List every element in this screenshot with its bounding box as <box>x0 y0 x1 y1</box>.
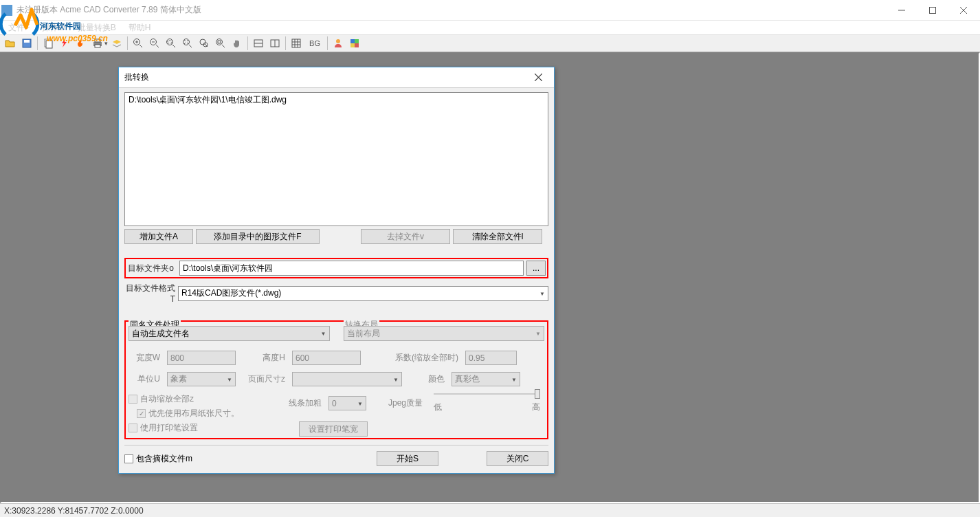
statusbar: X:30923.2286 Y:81457.7702 Z:0.0000 <box>0 503 980 517</box>
chevron-down-icon: ▼ <box>539 290 545 296</box>
dialog-title: 批转换 <box>124 72 528 83</box>
auto-scale-checkbox <box>129 395 137 404</box>
svg-rect-35 <box>292 39 300 47</box>
svg-line-18 <box>156 45 159 47</box>
clear-all-button[interactable]: 清除全部文件l <box>453 229 542 244</box>
dup-file-select[interactable]: 自动生成文件名 ▼ <box>129 326 330 341</box>
svg-rect-44 <box>355 43 359 47</box>
height-input[interactable]: 600 <box>292 351 361 365</box>
add-file-button[interactable]: 增加文件A <box>124 229 193 244</box>
jpeg-slider[interactable] <box>434 393 540 395</box>
start-button[interactable]: 开始S <box>377 451 438 466</box>
menu-operate[interactable]: 操作O <box>36 21 70 35</box>
save-icon[interactable] <box>19 36 34 51</box>
browse-button[interactable]: ... <box>526 261 546 276</box>
layers-icon[interactable] <box>109 36 124 51</box>
bg-button[interactable]: BG <box>305 36 324 51</box>
app-title: 未注册版本 Acme CAD Converter 7.89 简体中文版 <box>16 4 886 16</box>
include-model-checkbox[interactable] <box>124 454 133 463</box>
close-dialog-button[interactable]: 关闭C <box>487 451 548 466</box>
target-format-label: 目标文件格式T <box>124 283 178 304</box>
dialog-titlebar: 批转换 <box>119 67 554 88</box>
toolbar: ▾ BG <box>0 34 980 52</box>
use-pen-checkbox <box>129 424 137 432</box>
svg-line-21 <box>172 45 175 47</box>
status-coords: X:30923.2286 Y:81457.7702 Z:0.0000 <box>4 506 144 516</box>
width-label: 宽度W <box>129 352 163 364</box>
svg-line-29 <box>222 45 225 47</box>
file-item[interactable]: D:\tools\桌面\河东软件园\1\电信竣工图.dwg <box>129 95 544 104</box>
add-dir-files-button[interactable]: 添加目录中的图形文件F <box>196 229 320 244</box>
use-layout-paper-label: 优先使用布局纸张尺寸。 <box>148 408 239 419</box>
titlebar: 未注册版本 Acme CAD Converter 7.89 简体中文版 <box>0 0 980 21</box>
menu-file[interactable]: 文件F <box>3 21 35 35</box>
use-pen-label: 使用打印笔设置 <box>140 422 198 434</box>
svg-rect-30 <box>218 41 221 43</box>
svg-line-24 <box>189 45 192 47</box>
pen-settings-button[interactable]: 设置打印笔宽 <box>299 421 368 437</box>
zoom-in-icon[interactable] <box>131 36 146 51</box>
svg-rect-43 <box>350 43 355 47</box>
layout1-icon[interactable] <box>251 36 266 51</box>
pan-icon[interactable] <box>230 36 245 51</box>
svg-rect-7 <box>24 40 30 43</box>
zoom-all-icon[interactable] <box>197 36 212 51</box>
zoom-out-icon[interactable] <box>147 36 162 51</box>
open-icon[interactable] <box>3 36 18 51</box>
svg-point-25 <box>200 39 205 45</box>
use-layout-paper-checkbox <box>137 409 146 418</box>
flame-icon[interactable] <box>74 36 89 51</box>
remove-file-button[interactable]: 去掉文件v <box>361 229 450 244</box>
scale-label: 系数(缩放全部时) <box>365 352 461 364</box>
svg-rect-42 <box>355 39 359 43</box>
close-button[interactable] <box>948 0 979 20</box>
svg-rect-11 <box>95 39 100 42</box>
app-icon <box>1 5 12 16</box>
svg-rect-41 <box>350 39 355 43</box>
jpeg-high-label: 高 <box>532 402 540 413</box>
svg-point-23 <box>183 39 190 45</box>
chevron-down-icon: ▼ <box>227 376 232 382</box>
print-icon[interactable] <box>90 36 105 51</box>
target-folder-input[interactable]: D:\tools\桌面\河东软件园 <box>179 261 524 276</box>
color-select[interactable]: 真彩色 ▼ <box>452 372 520 386</box>
page-label: 页面尺寸z <box>240 373 288 385</box>
batch-icon[interactable] <box>41 36 56 51</box>
width-input[interactable]: 800 <box>167 351 236 365</box>
layout-select: 当前布局 ▼ <box>344 326 545 341</box>
auto-scale-label: 自动缩放全部z <box>140 393 194 405</box>
minimize-button[interactable] <box>886 0 917 20</box>
svg-rect-12 <box>95 45 100 47</box>
svg-rect-9 <box>46 41 52 48</box>
zoom-extents-icon[interactable] <box>180 36 195 51</box>
line-weight-select[interactable]: 0 ▼ <box>328 396 366 410</box>
user-icon[interactable] <box>331 36 346 51</box>
svg-point-40 <box>336 39 340 43</box>
chevron-down-icon: ▼ <box>357 400 363 406</box>
menu-help[interactable]: 帮助H <box>123 21 157 35</box>
grid-icon[interactable] <box>289 36 304 51</box>
print-dropdown-icon[interactable]: ▾ <box>104 40 108 47</box>
jpeg-low-label: 低 <box>434 402 442 413</box>
layout2-icon[interactable] <box>267 36 282 51</box>
slider-thumb[interactable] <box>535 389 540 399</box>
lightning-icon[interactable] <box>57 36 72 51</box>
svg-rect-3 <box>929 7 935 13</box>
unit-select[interactable]: 象素 ▼ <box>167 372 236 386</box>
maximize-button[interactable] <box>917 0 948 20</box>
fit-icon[interactable] <box>213 36 228 51</box>
scale-input[interactable]: 0.95 <box>465 351 517 365</box>
palette-icon[interactable] <box>347 36 362 51</box>
zoom-window-icon[interactable] <box>164 36 179 51</box>
chevron-down-icon: ▼ <box>321 331 326 337</box>
batch-convert-dialog: 批转换 D:\tools\桌面\河东软件园\1\电信竣工图.dwg 增加文件A … <box>118 67 555 474</box>
target-folder-label: 目标文件夹o <box>127 263 177 274</box>
dialog-close-button[interactable] <box>528 74 548 81</box>
svg-point-28 <box>216 39 223 45</box>
target-format-select[interactable]: R14版CAD图形文件(*.dwg) ▼ <box>178 286 548 301</box>
file-list[interactable]: D:\tools\桌面\河东软件园\1\电信竣工图.dwg <box>124 92 548 226</box>
line-weight-label: 线条加粗 <box>287 397 324 409</box>
page-select[interactable]: ▼ <box>292 372 402 386</box>
menu-batch[interactable]: 批量转换B <box>72 21 122 35</box>
svg-rect-22 <box>168 41 172 43</box>
